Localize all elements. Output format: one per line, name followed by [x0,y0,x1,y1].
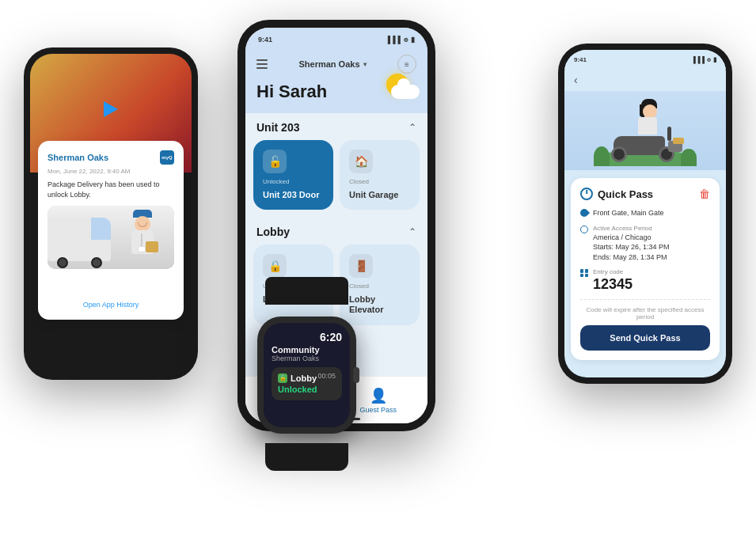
watch-countdown: 00:05 [317,372,336,380]
filter-button[interactable]: ≡ [397,55,416,74]
scooter-illustration [564,91,726,170]
myq-label: myQ [161,155,172,160]
watch-body: 6:20 Community Sherman Oaks 00:05 🔓 Lobb… [257,317,356,434]
unit-garage-status: Closed [349,178,410,185]
right-time: 9:41 [574,56,587,63]
timezone-text: America / Chicago [593,233,670,243]
guest-pass-icon: 👤 [370,387,387,404]
wheel-back [611,146,627,162]
right-signal: ▐▐▐ [691,56,705,63]
greeting-area: Hi Sarah [245,82,427,113]
watch-band-top [265,277,348,305]
unit-door-card[interactable]: 🔓 Unlocked Unit 203 Door [253,140,333,210]
quick-pass-header: Quick Pass 🗑 [580,188,710,200]
location-text: Sherman Oaks [298,59,359,69]
scooter-scene [602,95,689,166]
unit-door-icon: 🔓 [263,150,287,173]
watch-status: Unlocked [278,385,336,394]
play-button-area[interactable] [47,101,174,117]
greeting-text: Hi Sarah [256,82,327,101]
quick-pass-title-row: Quick Pass [580,188,653,200]
scene: Sherman Oaks myQ Mon, June 22, 2022, 9:4… [0,0,756,546]
quick-pass-clock-icon [580,188,593,200]
open-history-link[interactable]: Open App History [47,296,174,310]
rider-body [638,117,657,135]
location-selector[interactable]: Sherman Oaks ▾ [298,59,366,69]
ends-text: Ends: May 28, 1:34 PM [593,252,670,263]
notif-header: Sherman Oaks myQ [47,150,174,165]
divider [580,299,710,300]
access-period-icon [580,226,588,233]
watch-screen: 6:20 Community Sherman Oaks 00:05 🔓 Lobb… [264,323,350,427]
lobby-collapse-icon[interactable]: ⌃ [408,226,416,237]
lobby-elevator-status: Closed [349,282,410,290]
status-bar: 9:41 ▐▐▐ ⌾ ▮ [245,28,427,51]
chevron-down-icon: ▾ [363,61,367,68]
watch-time: 6:20 [272,331,342,343]
lobby-section-header: Lobby ⌃ [245,218,427,245]
notif-date: Mon, June 22, 2022, 9:40 AM [47,168,174,175]
unit-collapse-icon[interactable]: ⌃ [408,122,416,133]
watch-crown[interactable] [353,367,359,383]
status-icons: ▐▐▐ ⌾ ▮ [386,36,415,44]
location-row: Front Gate, Main Gate [580,208,710,218]
play-icon[interactable] [104,101,118,117]
notif-image [47,206,174,269]
unit-section-header: Unit 203 ⌃ [245,113,427,140]
unit-garage-icon: 🏠 [349,150,373,173]
lobby-section-title: Lobby [256,226,290,238]
entry-code-value: 12345 [593,276,633,293]
lobby-elevator-icon: 🚪 [349,254,373,278]
notification-card: Sherman Oaks myQ Mon, June 22, 2022, 9:4… [38,141,184,320]
bush-left [594,146,610,166]
wifi-icon: ⌾ [404,36,408,44]
quick-pass-title: Quick Pass [598,188,653,200]
location-text: Front Gate, Main Gate [593,208,664,218]
watch-band-bottom [265,443,348,471]
right-status-icons: ▐▐▐ ⌾ ▮ [691,56,716,63]
access-period-label: Active Access Period [593,225,670,232]
status-time: 9:41 [258,36,272,44]
package-icon [673,138,684,144]
right-battery: ▮ [713,56,716,63]
lobby-door-icon: 🔒 [263,254,287,278]
watch-lock-icon: 🔓 [278,373,287,383]
send-quick-pass-button[interactable]: Send Quick Pass [580,325,710,351]
unit-garage-card[interactable]: 🏠 Closed Unit Garage [340,140,420,210]
unit-doors-grid: 🔓 Unlocked Unit 203 Door 🏠 Closed Unit G… [245,140,427,218]
back-button[interactable]: ‹ [564,69,726,91]
cloud-icon [391,85,420,99]
watch-location: Sherman Oaks [272,355,342,362]
entry-code-label: Entry code [593,268,633,275]
unit-section-title: Unit 203 [256,121,299,134]
expire-text: Code will expire after the specified acc… [580,306,710,320]
handlebars [667,127,671,141]
watch-community: Community [272,345,342,355]
bush-right [681,149,697,166]
smart-watch: 6:20 Community Sherman Oaks 00:05 🔓 Lobb… [245,301,368,447]
right-phone-screen: 9:41 ▐▐▐ ⌾ ▮ ‹ [564,50,726,377]
access-period-details: Active Access Period America / Chicago S… [593,225,670,263]
left-phone: Sherman Oaks myQ Mon, June 22, 2022, 9:4… [24,47,198,380]
hamburger-menu[interactable] [256,59,268,69]
unit-door-name: Unit 203 Door [263,190,324,200]
entry-code-row: Entry code 12345 [580,268,710,293]
right-wifi: ⌾ [707,56,711,63]
quick-pass-card: Quick Pass 🗑 Front Gate, Main Gate Activ… [571,178,720,360]
unit-garage-name: Unit Garage [349,190,410,200]
signal-icon: ▐▐▐ [386,36,401,44]
notif-text: Package Delivery has been used to unlock… [47,180,174,199]
left-phone-screen: Sherman Oaks myQ Mon, June 22, 2022, 9:4… [30,54,192,373]
location-icon [579,207,590,218]
delete-icon[interactable]: 🗑 [699,188,710,200]
unit-door-status: Unlocked [263,178,324,185]
notif-title: Sherman Oaks [47,153,108,162]
entry-code-icon [580,269,588,277]
starts-text: Starts: May 26, 1:34 PM [593,242,670,252]
right-status-bar: 9:41 ▐▐▐ ⌾ ▮ [564,50,726,69]
watch-door-card[interactable]: 00:05 🔓 Lobby Unlocked [272,367,342,400]
myq-icon: myQ [160,150,174,165]
access-period-row: Active Access Period America / Chicago S… [580,225,710,263]
right-phone: 9:41 ▐▐▐ ⌾ ▮ ‹ [558,44,732,384]
battery-icon: ▮ [411,36,415,44]
